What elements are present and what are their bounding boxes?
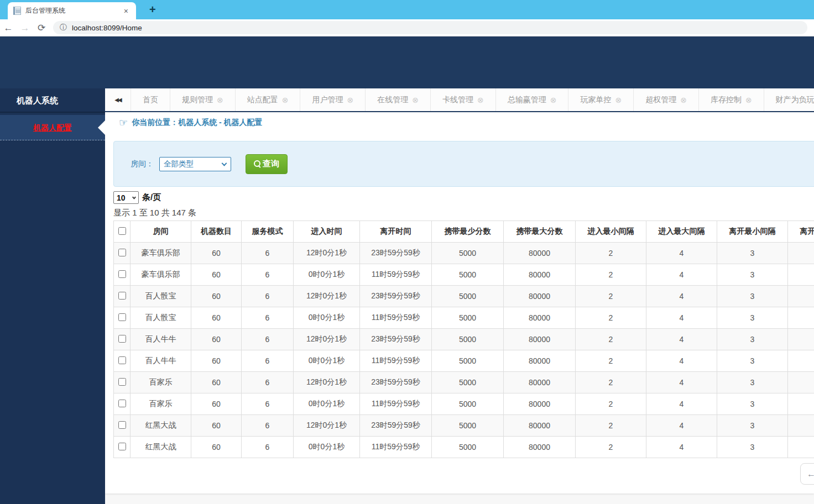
nav-tab-6[interactable]: 总输赢管理⊗ bbox=[496, 88, 569, 111]
table-cell bbox=[788, 372, 814, 393]
nav-tab-3[interactable]: 用户管理⊗ bbox=[300, 88, 366, 111]
row-checkbox[interactable] bbox=[118, 270, 126, 278]
table-cell: 4 bbox=[646, 307, 717, 329]
row-checkbox[interactable] bbox=[118, 400, 126, 407]
row-checkbox[interactable] bbox=[118, 443, 126, 450]
tab-close-icon[interactable]: ⊗ bbox=[680, 96, 687, 104]
sidebar-item-robot-config[interactable]: 机器人配置 bbox=[0, 115, 105, 140]
table-cell: 3 bbox=[717, 415, 788, 437]
row-checkbox[interactable] bbox=[118, 356, 126, 364]
table-cell: 6 bbox=[242, 393, 294, 415]
table-cell: 6 bbox=[242, 307, 294, 329]
column-header: 机器数目 bbox=[191, 221, 242, 243]
table-cell: 2 bbox=[576, 393, 646, 415]
table-cell: 5000 bbox=[432, 243, 504, 264]
site-header-band bbox=[0, 36, 814, 88]
table-row: 豪车俱乐部60612时0分1秒23时59分59秒500080000243 bbox=[114, 243, 814, 264]
collapse-tabs-button[interactable]: ◀◀ bbox=[105, 88, 131, 111]
table-cell: 3 bbox=[717, 286, 788, 307]
tab-close-icon[interactable]: ⊗ bbox=[550, 96, 557, 104]
table-cell: 3 bbox=[717, 393, 788, 415]
table-cell bbox=[788, 307, 814, 329]
room-type-select[interactable]: 全部类型 bbox=[159, 157, 231, 171]
table-cell: 23时59分59秒 bbox=[360, 329, 432, 350]
table-cell: 百人牛牛 bbox=[131, 329, 191, 350]
forward-icon[interactable]: → bbox=[17, 23, 33, 33]
table-cell: 百家乐 bbox=[131, 393, 191, 415]
nav-tab-label: 玩家单控 bbox=[580, 95, 611, 105]
select-all-checkbox[interactable] bbox=[118, 227, 126, 235]
table-cell: 5000 bbox=[432, 415, 504, 437]
tab-close-icon[interactable]: ⊗ bbox=[745, 96, 752, 104]
browser-tab[interactable]: 后台管理系统 × bbox=[8, 2, 136, 19]
url-text: localhost:8099/Home bbox=[72, 24, 142, 32]
row-checkbox[interactable] bbox=[118, 313, 126, 321]
pager-previous-button[interactable]: ← bbox=[800, 463, 814, 485]
table-cell: 6 bbox=[242, 437, 294, 458]
tab-close-icon[interactable]: ⊗ bbox=[282, 96, 289, 104]
row-checkbox[interactable] bbox=[118, 292, 126, 300]
page-size-select[interactable]: 10 bbox=[113, 191, 139, 204]
tab-close-icon[interactable]: ⊗ bbox=[412, 96, 419, 104]
reload-icon[interactable]: ⟳ bbox=[33, 23, 50, 33]
table-cell bbox=[788, 264, 814, 286]
tab-close-icon[interactable]: ⊗ bbox=[615, 96, 622, 104]
nav-tab-10[interactable]: 财产为负玩家⊗ bbox=[764, 88, 814, 111]
table-cell: 2 bbox=[576, 437, 646, 458]
nav-tab-1[interactable]: 规则管理⊗ bbox=[170, 88, 236, 111]
table-cell: 5000 bbox=[432, 437, 504, 458]
tab-close-icon[interactable]: × bbox=[122, 7, 131, 15]
tab-close-icon[interactable]: ⊗ bbox=[217, 96, 223, 104]
table-cell: 60 bbox=[191, 264, 242, 286]
nav-tab-8[interactable]: 超权管理⊗ bbox=[634, 88, 699, 111]
table-cell: 3 bbox=[717, 372, 788, 393]
search-icon bbox=[254, 160, 261, 167]
nav-tabs: ◀◀ 首页规则管理⊗站点配置⊗用户管理⊗在线管理⊗卡线管理⊗总输赢管理⊗玩家单控… bbox=[105, 88, 814, 112]
browser-toolbar: ← → ⟳ ⓘ localhost:8099/Home bbox=[0, 19, 814, 36]
table-cell: 23时59分59秒 bbox=[360, 415, 432, 437]
table-cell: 60 bbox=[191, 307, 242, 329]
tab-close-icon[interactable]: ⊗ bbox=[347, 96, 353, 104]
filter-panel: 房间： 全部类型 查询 bbox=[113, 141, 814, 187]
row-checkbox[interactable] bbox=[118, 421, 126, 429]
table-cell: 红黑大战 bbox=[131, 415, 191, 437]
result-summary: 显示 1 至 10 共 147 条 bbox=[113, 208, 814, 218]
nav-tab-5[interactable]: 卡线管理⊗ bbox=[431, 88, 496, 111]
nav-tab-label: 规则管理 bbox=[182, 95, 213, 105]
table-body: 豪车俱乐部60612时0分1秒23时59分59秒500080000243豪车俱乐… bbox=[114, 243, 814, 458]
column-header: 服务模式 bbox=[242, 221, 294, 243]
row-checkbox[interactable] bbox=[118, 249, 126, 256]
table-cell: 60 bbox=[191, 372, 242, 393]
nav-tab-9[interactable]: 库存控制⊗ bbox=[699, 88, 764, 111]
new-tab-button[interactable]: + bbox=[145, 3, 160, 19]
table-cell: 豪车俱乐部 bbox=[131, 243, 191, 264]
nav-tab-4[interactable]: 在线管理⊗ bbox=[366, 88, 431, 111]
table-cell: 4 bbox=[646, 415, 717, 437]
table-cell: 4 bbox=[646, 350, 717, 372]
column-header: 离开时间 bbox=[360, 221, 432, 243]
nav-tab-7[interactable]: 玩家单控⊗ bbox=[568, 88, 634, 111]
site-info-icon[interactable]: ⓘ bbox=[60, 23, 67, 33]
search-button[interactable]: 查询 bbox=[246, 154, 288, 174]
table-cell: 11时59分59秒 bbox=[360, 264, 432, 286]
left-arrow-icon: ← bbox=[807, 469, 814, 479]
table-cell: 11时59分59秒 bbox=[360, 437, 432, 458]
nav-tab-label: 总输赢管理 bbox=[508, 95, 546, 105]
address-bar[interactable]: ⓘ localhost:8099/Home bbox=[53, 21, 807, 34]
tab-close-icon[interactable]: ⊗ bbox=[477, 96, 484, 104]
nav-tab-label: 用户管理 bbox=[312, 95, 343, 105]
table-cell: 60 bbox=[191, 437, 242, 458]
table-cell: 80000 bbox=[504, 286, 576, 307]
row-checkbox[interactable] bbox=[118, 335, 126, 343]
table-cell: 2 bbox=[576, 329, 646, 350]
nav-tab-0[interactable]: 首页 bbox=[131, 88, 170, 111]
nav-tab-2[interactable]: 站点配置⊗ bbox=[236, 88, 301, 111]
sidebar-item-label: 机器人配置 bbox=[33, 123, 72, 132]
table-cell: 11时59分59秒 bbox=[360, 393, 432, 415]
sidebar-title: 机器人系统 bbox=[0, 88, 105, 113]
table-cell: 6 bbox=[242, 372, 294, 393]
browser-tabstrip: 后台管理系统 × + bbox=[0, 0, 814, 19]
table-cell: 11时59分59秒 bbox=[360, 350, 432, 372]
row-checkbox[interactable] bbox=[118, 378, 126, 386]
back-icon[interactable]: ← bbox=[0, 23, 17, 33]
